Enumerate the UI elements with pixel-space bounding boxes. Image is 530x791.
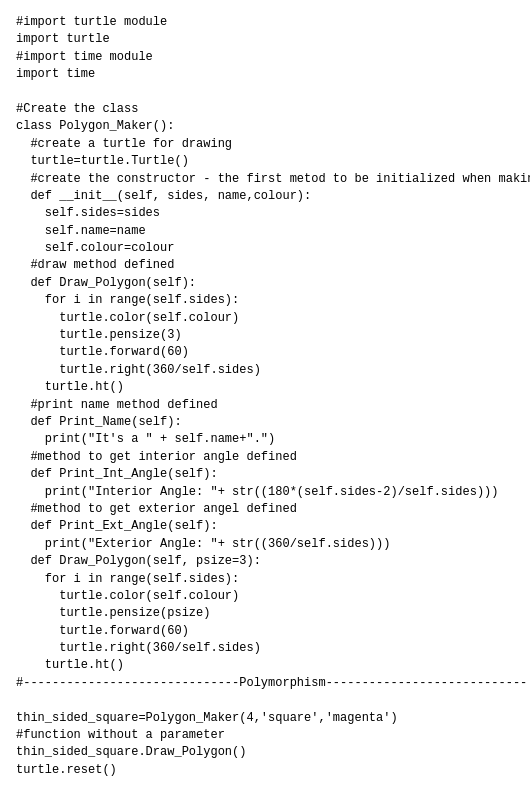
code-editor: #import turtle module import turtle #imp… [16,14,514,791]
